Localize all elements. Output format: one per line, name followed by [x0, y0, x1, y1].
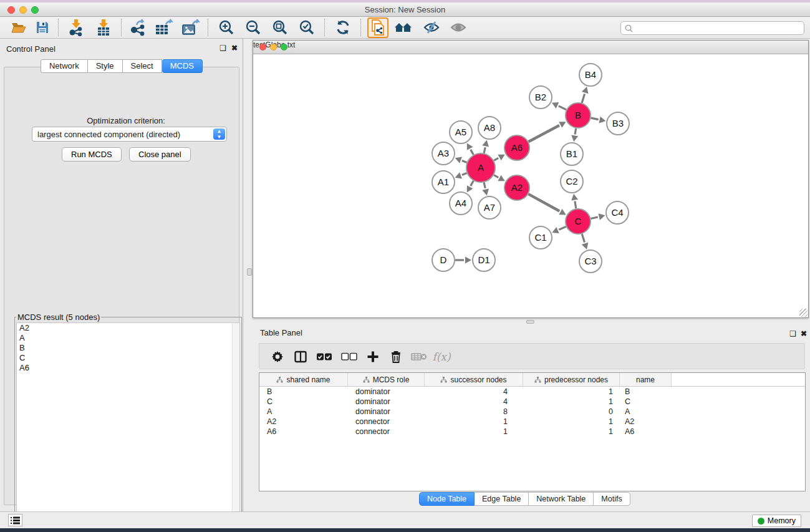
tab-network-table[interactable]: Network Table: [529, 492, 594, 506]
table-row[interactable]: A6connector11A6: [259, 427, 805, 437]
network-window-titlebar[interactable]: testGlobe.txt: [253, 41, 808, 54]
mcds-result-item[interactable]: A: [17, 333, 239, 343]
select-all-icon[interactable]: [314, 347, 334, 366]
function-builder-icon[interactable]: f(x): [432, 347, 451, 366]
import-table-button[interactable]: [94, 18, 113, 37]
node-A4[interactable]: A4: [450, 192, 472, 215]
hide-graphics-button[interactable]: [422, 18, 441, 37]
node-A2[interactable]: A2: [504, 175, 529, 200]
search-input[interactable]: [634, 24, 804, 32]
mcds-result-item[interactable]: B: [17, 343, 239, 353]
node-C4[interactable]: C4: [606, 201, 629, 224]
table-cell[interactable]: C: [620, 397, 672, 407]
node-C1[interactable]: C1: [529, 226, 552, 249]
table-cell[interactable]: 1: [523, 397, 620, 407]
table-cell[interactable]: A: [620, 407, 672, 417]
column-header-shared-name[interactable]: shared name: [259, 373, 348, 386]
tab-edge-table[interactable]: Edge Table: [475, 492, 529, 506]
float-table-panel-icon[interactable]: ❑: [789, 329, 796, 338]
table-cell[interactable]: 1: [425, 417, 523, 427]
table-cell[interactable]: C: [259, 397, 348, 407]
import-network-button[interactable]: [66, 18, 86, 37]
network-canvas[interactable]: B4B2BB3A5A8A6A3B1AC2A1A2A4A7C4CC1DD1C3: [253, 54, 808, 317]
edge-A-A8[interactable]: [484, 147, 485, 153]
edge-A6-B[interactable]: [529, 125, 559, 142]
list-scrollbar-track[interactable]: [232, 323, 239, 531]
table-cell[interactable]: connector: [348, 427, 425, 437]
node-D[interactable]: D: [432, 249, 455, 271]
tab-motifs[interactable]: Motifs: [594, 492, 630, 506]
edge-A-A4[interactable]: [471, 181, 474, 186]
gear-icon[interactable]: [268, 347, 287, 366]
edge-A-A6[interactable]: [494, 158, 498, 160]
tab-style[interactable]: Style: [88, 59, 123, 73]
export-table-button[interactable]: [154, 18, 174, 37]
table-row[interactable]: Adominator80A: [259, 407, 805, 417]
node-A1[interactable]: A1: [432, 171, 455, 193]
node-A5[interactable]: A5: [450, 121, 472, 143]
node-B3[interactable]: B3: [607, 112, 629, 135]
tab-select[interactable]: Select: [123, 59, 162, 73]
mcds-result-item[interactable]: A6: [17, 363, 239, 373]
node-D1[interactable]: D1: [473, 249, 495, 271]
save-session-button[interactable]: [32, 18, 52, 37]
mcds-result-item[interactable]: A2: [17, 323, 239, 333]
table-cell[interactable]: A: [259, 407, 348, 417]
edge-A-A3[interactable]: [462, 160, 467, 162]
criterion-dropdown[interactable]: largest connected component (directed) ▲…: [32, 127, 227, 142]
table-cell[interactable]: 1: [523, 427, 620, 437]
table-row[interactable]: Cdominator41C: [259, 397, 805, 407]
add-column-icon[interactable]: [363, 347, 383, 366]
edge-A-A1[interactable]: [462, 173, 467, 175]
node-B[interactable]: B: [566, 103, 591, 128]
table-cell[interactable]: 4: [425, 397, 523, 407]
table-cell[interactable]: dominator: [348, 397, 425, 407]
edge-C-C2[interactable]: [575, 201, 576, 209]
node-A6[interactable]: A6: [504, 135, 529, 160]
edge-A-A7[interactable]: [484, 182, 485, 188]
horizontal-splitter-handle[interactable]: [526, 320, 534, 324]
close-table-panel-icon[interactable]: ✖: [801, 329, 807, 338]
node-B4[interactable]: B4: [579, 64, 602, 86]
edge-A2-C[interactable]: [528, 194, 559, 211]
run-mcds-button[interactable]: Run MCDS: [62, 147, 122, 162]
column-header-predecessor-nodes[interactable]: predecessor nodes: [523, 373, 620, 386]
table-cell[interactable]: dominator: [348, 387, 425, 397]
node-A8[interactable]: A8: [478, 117, 501, 139]
table-cell[interactable]: B: [259, 387, 348, 397]
node-C[interactable]: C: [566, 209, 591, 234]
close-network-button[interactable]: [259, 44, 266, 51]
table-row[interactable]: Bdominator41B: [259, 387, 805, 397]
tab-mcds[interactable]: MCDS: [162, 59, 203, 73]
node-B2[interactable]: B2: [529, 86, 552, 109]
close-panel-icon[interactable]: ✖: [231, 44, 238, 52]
show-graphics-button[interactable]: [448, 18, 468, 37]
column-header-MCDS-role[interactable]: MCDS role: [348, 373, 425, 386]
table-cell[interactable]: 4: [425, 387, 523, 397]
edge-C-C4[interactable]: [591, 217, 597, 219]
minimize-network-button[interactable]: [270, 44, 277, 51]
table-cell[interactable]: 1: [425, 427, 523, 437]
table-cell[interactable]: A6: [620, 427, 672, 437]
zoom-selected-button[interactable]: [297, 18, 317, 37]
edge-B-B4[interactable]: [582, 94, 584, 103]
zoom-network-button[interactable]: [281, 44, 287, 51]
show-columns-icon[interactable]: [291, 347, 311, 366]
table-cell[interactable]: A2: [259, 417, 348, 427]
edge-C-C1[interactable]: [559, 226, 566, 230]
clone-network-button[interactable]: [368, 18, 388, 37]
export-image-button[interactable]: [181, 18, 201, 37]
zoom-fit-button[interactable]: [270, 18, 290, 37]
edge-B-B1[interactable]: [575, 128, 576, 135]
node-A[interactable]: A: [466, 153, 495, 182]
node-A3[interactable]: A3: [432, 142, 455, 165]
delete-table-icon[interactable]: [409, 347, 429, 366]
edge-A-A2[interactable]: [494, 175, 498, 178]
export-network-button[interactable]: [128, 18, 148, 37]
refresh-layout-button[interactable]: [333, 18, 353, 37]
column-header-name[interactable]: name: [620, 373, 672, 386]
tab-network[interactable]: Network: [41, 59, 88, 73]
zoom-out-button[interactable]: [243, 18, 263, 37]
table-cell[interactable]: connector: [348, 417, 425, 427]
node-C2[interactable]: C2: [561, 170, 583, 193]
